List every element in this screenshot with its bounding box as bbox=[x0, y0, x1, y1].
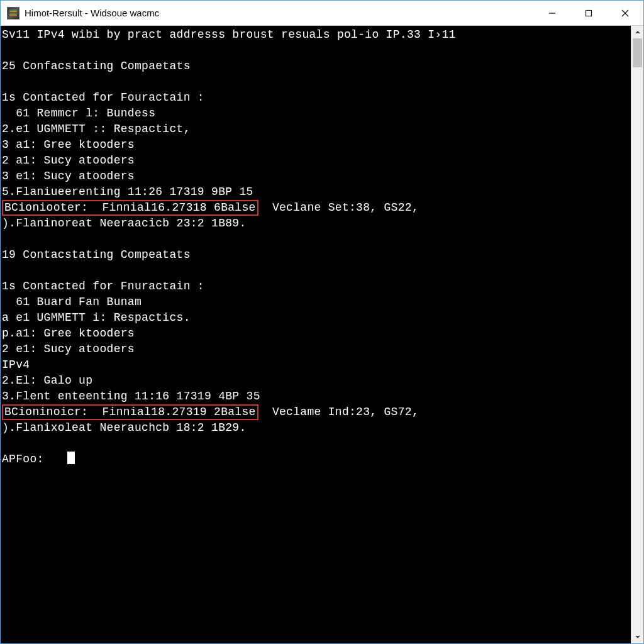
terminal-line: 3 e1: Sucy atooders bbox=[2, 169, 631, 184]
scrollbar-track[interactable] bbox=[631, 38, 643, 631]
minimize-button[interactable] bbox=[534, 1, 570, 26]
window-title: Himot-Rersult - Widsoue wacmc bbox=[25, 8, 159, 18]
svg-rect-1 bbox=[586, 10, 592, 16]
terminal-line: 25 Confacstating Compaetats bbox=[2, 58, 631, 74]
close-button[interactable] bbox=[607, 1, 643, 26]
maximize-icon bbox=[585, 9, 592, 17]
terminal-line: 2 e1: Sucy atooders bbox=[2, 341, 631, 357]
terminal-line: 2.El: Galo up bbox=[2, 373, 631, 389]
terminal-line: BCioninoicr: Finnial18.27319 2Balse Vecl… bbox=[2, 404, 631, 420]
client-area: Sv11 IPv4 wibi by pract addresss broust … bbox=[1, 26, 643, 643]
terminal-line: 1s Contacted for Fouractain : bbox=[2, 90, 631, 106]
terminal-line: 61 Buard Fan Bunam bbox=[2, 294, 631, 310]
terminal-line: 5.Flaniueerenting 11:26 17319 9BP 15 bbox=[2, 184, 631, 200]
terminal-line bbox=[2, 436, 631, 452]
vertical-scrollbar[interactable] bbox=[631, 26, 643, 643]
scroll-up-button[interactable] bbox=[631, 26, 643, 38]
terminal-line: 61 Remmcr l: Bundess bbox=[2, 106, 631, 121]
scrollbar-thumb[interactable] bbox=[633, 38, 642, 67]
chevron-up-icon bbox=[635, 29, 641, 35]
highlighted-segment: BCioninoicr: Finnial18.27319 2Balse bbox=[2, 404, 258, 420]
window-frame: Himot-Rersult - Widsoue wacmc Sv11 IPv4 … bbox=[0, 0, 644, 644]
terminal-prompt[interactable]: APFoo: bbox=[2, 452, 631, 467]
terminal-line: 2 a1: Sucy atooders bbox=[2, 153, 631, 169]
terminal-line: p.a1: Gree ktooders bbox=[2, 326, 631, 341]
app-icon bbox=[7, 7, 19, 19]
terminal-line bbox=[2, 43, 631, 58]
highlighted-segment: BCioniooter: Finnial16.27318 6Balse bbox=[2, 200, 258, 216]
maximize-button[interactable] bbox=[570, 1, 607, 26]
cursor bbox=[67, 452, 75, 464]
terminal-line bbox=[2, 74, 631, 90]
terminal-line: 3 a1: Gree ktooders bbox=[2, 137, 631, 153]
terminal-line bbox=[2, 231, 631, 247]
close-icon bbox=[621, 9, 629, 17]
terminal-line: 3.Flent enteenting 11:16 17319 4BP 35 bbox=[2, 389, 631, 404]
terminal-line: IPv4 bbox=[2, 357, 631, 373]
terminal-line: 2.e1 UGMMETT :: Respactict, bbox=[2, 121, 631, 137]
titlebar[interactable]: Himot-Rersult - Widsoue wacmc bbox=[1, 1, 643, 26]
chevron-down-icon bbox=[635, 634, 641, 640]
terminal-line: Sv11 IPv4 wibi by pract addresss broust … bbox=[2, 27, 631, 43]
scroll-down-button[interactable] bbox=[631, 631, 643, 643]
minimize-icon bbox=[548, 9, 556, 17]
terminal-line: 1s Contacted for Fnuractain : bbox=[2, 279, 631, 294]
terminal-line bbox=[2, 263, 631, 279]
terminal-line: ).Flaninoreat Neeraacicb 23:2 1B89. bbox=[2, 216, 631, 231]
terminal-output[interactable]: Sv11 IPv4 wibi by pract addresss broust … bbox=[1, 26, 631, 643]
terminal-line: ).Flanixoleat Neerauchcb 18:2 1B29. bbox=[2, 420, 631, 436]
terminal-line: 19 Contacstating Compeatats bbox=[2, 247, 631, 263]
terminal-line: BCioniooter: Finnial16.27318 6Balse Vecl… bbox=[2, 200, 631, 216]
terminal-line: a e1 UGMMETT i: Respactics. bbox=[2, 310, 631, 326]
